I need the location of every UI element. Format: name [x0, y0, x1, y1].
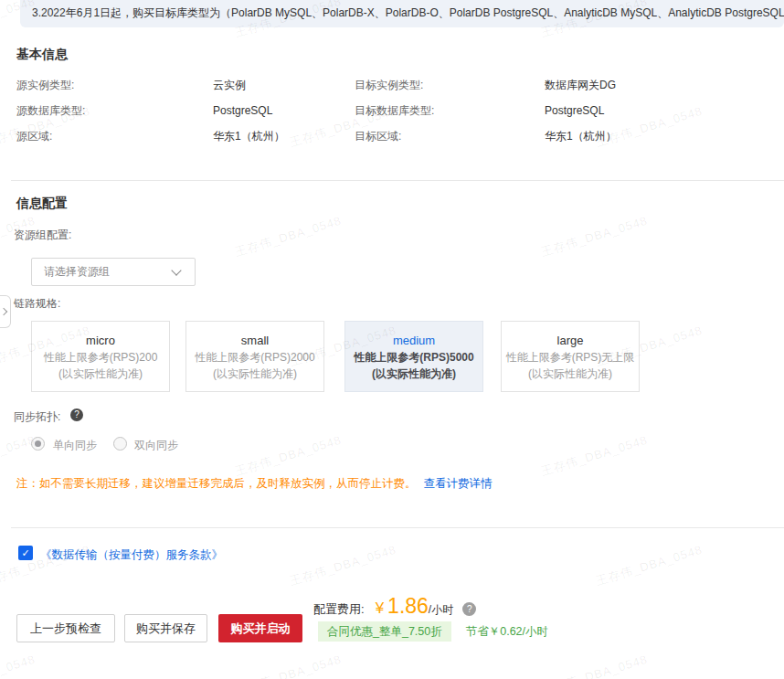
spec-note: (以实际性能为准)	[528, 366, 612, 382]
topology-label: 同步拓扑:	[14, 409, 60, 425]
spec-card-micro[interactable]: micro 性能上限参考(RPS)200 (以实际性能为准)	[31, 321, 170, 392]
basic-info-title: 基本信息	[16, 47, 68, 63]
source-region-label: 源区域:	[16, 123, 213, 149]
spec-rps: 性能上限参考(RPS)2000	[195, 349, 314, 366]
config-title: 信息配置	[16, 196, 68, 212]
fee-price: 1.86	[387, 594, 429, 619]
resource-group-label: 资源组配置:	[14, 228, 71, 243]
watermark-text: 王存伟_DBA_0548	[539, 432, 650, 481]
chevron-right-icon	[0, 308, 7, 315]
radio-two-way-sync[interactable]	[113, 437, 127, 451]
watermark-text: 王存伟_DBA_0548	[539, 652, 650, 679]
notice-banner-text: 3.2022年6月1日起，购买目标库类型为（PolarDB MySQL、Pola…	[20, 5, 784, 27]
watermark-text: 王存伟_DBA_0548	[0, 652, 37, 679]
spec-note: (以实际性能为准)	[58, 366, 143, 382]
basic-info-grid: 源实例类型: 云实例 目标实例类型: 数据库网关DG 源数据库类型: Postg…	[16, 72, 766, 149]
watermark-text: 王存伟_DBA_0548	[233, 652, 344, 679]
source-instance-type-value: 云实例	[213, 72, 355, 98]
fee-currency: ¥	[376, 599, 384, 618]
topology-help-icon[interactable]: ?	[70, 408, 83, 421]
target-instance-type-value: 数据库网关DG	[545, 72, 766, 98]
spec-rps: 性能上限参考(RPS)200	[44, 349, 158, 366]
buy-and-save-button[interactable]: 购买并保存	[124, 614, 207, 642]
spec-name: medium	[393, 332, 435, 349]
billing-note-text: 注：如不需要长期迁移，建议增量迁移完成后，及时释放实例，从而停止计费。	[16, 477, 417, 490]
terms-checkbox[interactable]: ✓	[18, 546, 33, 560]
billing-note: 注：如不需要长期迁移，建议增量迁移完成后，及时释放实例，从而停止计费。查看计费详…	[16, 476, 493, 492]
spec-rps: 性能上限参考(RPS)无上限	[506, 349, 635, 366]
discount-badge: 合同优惠_整单_7.50折	[318, 621, 451, 642]
resource-group-select[interactable]: 请选择资源组	[31, 258, 196, 286]
target-db-type-value: PostgreSQL	[545, 98, 766, 123]
fee-label: 配置费用:	[313, 601, 365, 618]
target-region-value: 华东1（杭州）	[545, 123, 766, 149]
section-divider	[11, 180, 784, 181]
precheck-back-button[interactable]: 上一步预检查	[16, 614, 115, 642]
savings-text: 节省￥0.62/小时	[466, 624, 548, 640]
chevron-down-icon	[171, 265, 181, 275]
dts-purchase-page: 3.2022年6月1日起，购买目标库类型为（PolarDB MySQL、Pola…	[0, 0, 784, 679]
radio-one-way-sync-label: 单向同步	[53, 438, 97, 453]
radio-selected-dot	[35, 440, 41, 447]
spec-rps: 性能上限参考(RPS)5000	[354, 349, 473, 366]
spec-name: micro	[86, 332, 115, 349]
source-db-type-value: PostgreSQL	[213, 98, 355, 123]
spec-name: small	[241, 332, 269, 349]
spec-card-small[interactable]: small 性能上限参考(RPS)2000 (以实际性能为准)	[185, 321, 324, 392]
watermark-text: 王存伟_DBA_0548	[288, 542, 398, 590]
terms-link[interactable]: 《数据传输（按量付费）服务条款》	[40, 547, 223, 563]
source-db-type-label: 源数据库类型:	[16, 98, 213, 123]
spec-name: large	[557, 332, 584, 349]
watermark-text: 王存伟_DBA_0548	[233, 432, 344, 481]
target-region-label: 目标区域:	[355, 123, 545, 149]
spec-card-medium[interactable]: medium 性能上限参考(RPS)5000 (以实际性能为准)	[344, 321, 483, 392]
radio-one-way-sync[interactable]	[31, 437, 45, 451]
source-region-value: 华东1（杭州）	[213, 123, 355, 149]
watermark-text: 王存伟_DBA_0548	[233, 213, 344, 261]
spec-note: (以实际性能为准)	[213, 366, 297, 382]
spec-card-large[interactable]: large 性能上限参考(RPS)无上限 (以实际性能为准)	[501, 321, 640, 392]
target-instance-type-label: 目标实例类型:	[355, 72, 545, 98]
resource-group-placeholder: 请选择资源组	[32, 264, 173, 280]
fee-row: 配置费用: ¥ 1.86 /小时 ?	[313, 594, 476, 623]
fee-unit: /小时	[429, 602, 453, 618]
expand-left-panel-handle[interactable]	[0, 295, 11, 328]
section-divider	[11, 527, 784, 528]
target-db-type-label: 目标数据库类型:	[355, 98, 545, 123]
spec-label: 链路规格:	[14, 296, 60, 312]
watermark-text: 王存伟_DBA_0548	[539, 213, 650, 261]
fee-help-icon[interactable]: ?	[462, 602, 476, 616]
spec-note: (以实际性能为准)	[372, 366, 456, 382]
radio-two-way-sync-label: 双向同步	[134, 438, 178, 453]
watermark-text: 王存伟_DBA_0548	[594, 542, 705, 590]
notice-banner: 3.2022年6月1日起，购买目标库类型为（PolarDB MySQL、Pola…	[20, 0, 784, 27]
discount-row: 合同优惠_整单_7.50折 节省￥0.62/小时	[318, 621, 548, 642]
billing-detail-link[interactable]: 查看计费详情	[424, 477, 493, 490]
buy-and-start-button[interactable]: 购买并启动	[218, 614, 302, 642]
source-instance-type-label: 源实例类型:	[16, 72, 213, 98]
